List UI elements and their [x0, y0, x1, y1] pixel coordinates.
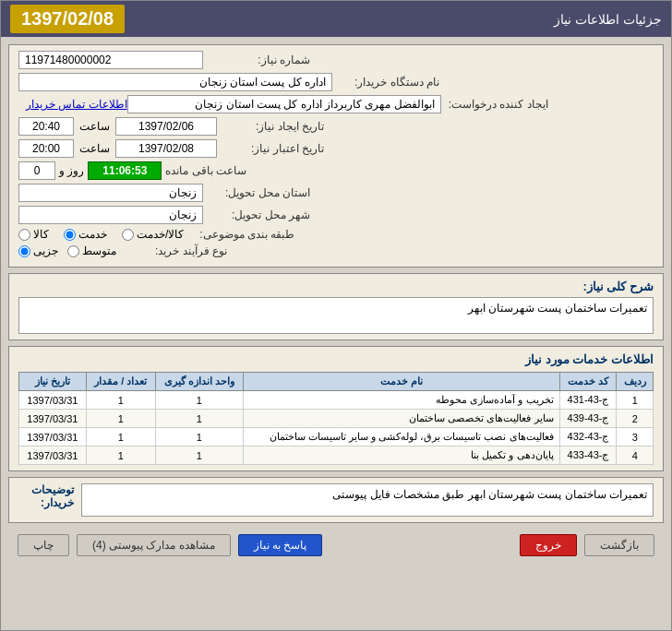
cell-row: 2 [617, 410, 654, 428]
cell-quantity: 1 [86, 410, 155, 428]
category-row: طبقه بندی موضوعی: کالا/خدمت خدمت کالا [18, 228, 654, 241]
cell-row: 1 [617, 391, 654, 410]
exit-button[interactable]: خروج [520, 534, 577, 556]
cell-code: ج-43-439 [559, 410, 617, 428]
services-section: اطلاعات خدمات مورد نیاز ردیف کد خدمت نام… [8, 346, 664, 471]
order-type-row: نوع فرآیند خرید: متوسط جزیی [18, 244, 654, 257]
need-number-value: 11971480000002 [18, 51, 203, 69]
description-text: تعمیرات ساختمان پست شهرستان ابهر طبق مشخ… [81, 483, 654, 517]
kala-label: کالا [33, 228, 49, 241]
province-label: استان محل تحویل: [203, 186, 314, 199]
cell-unit: 1 [155, 410, 243, 428]
expiry-date-value: 1397/02/08 [115, 139, 217, 158]
services-table: ردیف کد خدمت نام خدمت واحد اندازه گیری ت… [18, 372, 654, 465]
col-row: ردیف [617, 373, 654, 391]
print-button[interactable]: چاپ [18, 534, 69, 556]
right-buttons: پاسخ به نیاز مشاهده مدارک پیوستی (4) چاپ [18, 534, 322, 556]
creation-time-label: ساعت [79, 120, 110, 133]
col-code: کد خدمت [559, 373, 617, 391]
cell-code: ج-43-432 [559, 428, 617, 446]
respond-button[interactable]: پاسخ به نیاز [238, 534, 323, 556]
remaining-row: ساعت باقی مانده 11:06:53 روز و 0 [18, 161, 654, 180]
order-type-jozi[interactable]: جزیی [18, 244, 58, 257]
requester-row: ایجاد کننده درخواست: ابوالفضل مهری کاربر… [18, 95, 654, 113]
day-label: روز و [59, 164, 84, 177]
expiry-time-label: ساعت [79, 142, 110, 155]
khedmat-label: خدمت [78, 228, 107, 241]
buyer-name-label: نام دستگاه خریدار: [332, 76, 443, 89]
page-title: جزئیات اطلاعات نیاز [554, 12, 662, 27]
cell-date: 1397/03/31 [19, 446, 87, 465]
cell-unit: 1 [155, 446, 243, 465]
cell-date: 1397/03/31 [19, 410, 87, 428]
cell-name: پایان‌دهی و تکمیل بنا [244, 446, 560, 465]
table-row: 2 ج-43-439 سایر فعالیت‌های تخصصی ساختمان… [19, 410, 654, 428]
cell-name: سایر فعالیت‌های تخصصی ساختمان [244, 410, 560, 428]
buyer-name-value: اداره کل پست استان زنجان [18, 73, 332, 91]
remaining-label: ساعت باقی مانده [165, 164, 246, 177]
requester-label: ایجاد کننده درخواست: [441, 98, 552, 111]
order-type-label: نوع فرآیند خرید: [116, 244, 227, 257]
expiry-date-row: تاریخ اعتبار نیاز: 1397/02/08 ساعت 20:00 [18, 139, 654, 158]
col-quantity: تعداد / مقدار [86, 373, 155, 391]
need-number-label: شماره نیاز: [203, 54, 314, 66]
cell-quantity: 1 [86, 428, 155, 446]
col-unit: واحد اندازه گیری [155, 373, 243, 391]
table-row: 1 ج-43-431 تخریب و آماده‌سازی محوطه 1 1 … [19, 391, 654, 410]
cell-quantity: 1 [86, 446, 155, 465]
creation-time-value: 20:40 [18, 117, 74, 136]
view-docs-button[interactable]: مشاهده مدارک پیوستی (4) [77, 534, 231, 556]
sharh-header: شرح کلی نیاز: [18, 280, 654, 293]
category-radio-group: کالا/خدمت خدمت کالا [18, 228, 184, 241]
creation-date-row: تاریخ ایجاد نیاز: 1397/02/06 ساعت 20:40 [18, 117, 654, 136]
form-section: شماره نیاز: 11971480000002 نام دستگاه خر… [8, 44, 664, 268]
sharh-section: شرح کلی نیاز: تعمیرات ساختمان پست شهرستا… [8, 273, 664, 340]
table-row: 3 ج-43-432 فعالیت‌های نصب تاسیسات برق، ل… [19, 428, 654, 446]
cell-code: ج-43-433 [559, 446, 617, 465]
cell-name: تخریب و آماده‌سازی محوطه [244, 391, 560, 410]
category-kala[interactable]: کالا [18, 228, 49, 241]
cell-unit: 1 [155, 391, 243, 410]
cell-date: 1397/03/31 [19, 428, 87, 446]
services-header: اطلاعات خدمات مورد نیاز [18, 352, 654, 366]
expiry-date-label: تاریخ اعتبار نیاز: [217, 142, 328, 155]
main-container: جزئیات اطلاعات نیاز 1397/02/08 شماره نیا… [0, 0, 672, 631]
motavaset-label: متوسط [82, 244, 116, 257]
jozi-label: جزیی [33, 244, 58, 257]
city-label: شهر محل تحویل: [203, 208, 314, 221]
left-buttons: بازگشت خروج [520, 534, 654, 556]
province-value: زنجان [18, 184, 203, 202]
creation-date-label: تاریخ ایجاد نیاز: [217, 120, 328, 133]
cell-name: فعالیت‌های نصب تاسیسات برق، لوله‌کشی و س… [244, 428, 560, 446]
category-khedmat[interactable]: خدمت [64, 228, 107, 241]
cell-date: 1397/03/31 [19, 391, 87, 410]
content-area: شماره نیاز: 11971480000002 نام دستگاه خر… [1, 37, 671, 569]
need-number-row: شماره نیاز: 11971480000002 [18, 51, 654, 69]
col-name: نام خدمت [244, 373, 560, 391]
table-row: 4 ج-43-433 پایان‌دهی و تکمیل بنا 1 1 139… [19, 446, 654, 465]
category-label: طبقه بندی موضوعی: [184, 228, 294, 241]
buyer-info-link[interactable]: اطلاعات تماس خریدار [26, 98, 127, 111]
city-row: شهر محل تحویل: زنجان [18, 206, 654, 224]
back-button[interactable]: بازگشت [584, 534, 654, 556]
col-date: تاریخ نیاز [19, 373, 87, 391]
expiry-time-value: 20:00 [18, 139, 74, 158]
description-section: تعمیرات ساختمان پست شهرستان ابهر طبق مشخ… [8, 477, 664, 523]
day-value: 0 [18, 161, 55, 180]
category-kala-khedmat[interactable]: کالا/خدمت [122, 228, 184, 241]
province-row: استان محل تحویل: زنجان [18, 184, 654, 202]
creation-date-value: 1397/02/06 [115, 117, 217, 136]
cell-row: 4 [617, 446, 654, 465]
sharh-text: تعمیرات ساختمان پست شهرستان ابهر [18, 297, 654, 334]
cell-unit: 1 [155, 428, 243, 446]
requester-value: ابوالفضل مهری کاربرداز اداره کل پست استا… [127, 95, 441, 113]
order-type-motavaset[interactable]: متوسط [67, 244, 116, 257]
cell-code: ج-43-431 [559, 391, 617, 410]
header-date: 1397/02/08 [10, 5, 125, 33]
city-value: زنجان [18, 206, 203, 224]
remaining-value: 11:06:53 [88, 161, 162, 180]
buttons-row: بازگشت خروج پاسخ به نیاز مشاهده مدارک پی… [8, 529, 664, 562]
description-label: توضیحاتخریدار: [18, 483, 74, 509]
cell-row: 3 [617, 428, 654, 446]
buyer-name-row: نام دستگاه خریدار: اداره کل پست استان زن… [18, 73, 654, 91]
